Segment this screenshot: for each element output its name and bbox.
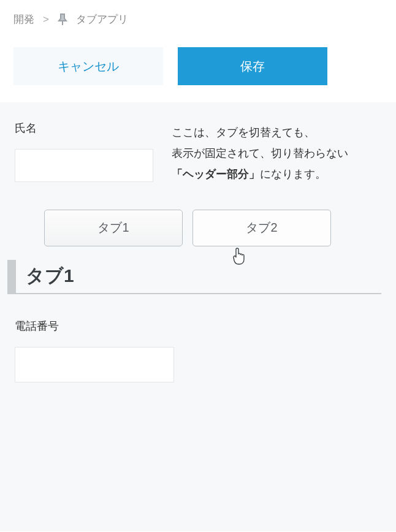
phone-label: 電話番号	[15, 319, 381, 333]
header-desc-bold: 「ヘッダー部分」	[172, 168, 260, 180]
tab-tab1[interactable]: タブ1	[44, 210, 183, 246]
header-desc-tail: になります。	[260, 168, 326, 180]
breadcrumb: 開発 > タブアプリ	[13, 12, 383, 26]
name-input[interactable]	[15, 149, 153, 182]
tab-section-header: タブ1	[7, 260, 381, 294]
header-desc-line1: ここは、タブを切替えても、	[172, 122, 381, 143]
header-desc-line2: 表示が固定されて、切り替わらない	[172, 143, 381, 164]
cancel-button[interactable]: キャンセル	[13, 47, 163, 85]
phone-input[interactable]	[15, 347, 174, 382]
header-desc-line3: 「ヘッダー部分」になります。	[172, 164, 381, 184]
tab-header-accent	[7, 260, 16, 293]
pin-icon	[58, 13, 67, 26]
header-description: ここは、タブを切替えても、 表示が固定されて、切り替わらない 「ヘッダー部分」に…	[172, 121, 381, 185]
breadcrumb-root[interactable]: 開発	[13, 12, 34, 26]
tab-tab2[interactable]: タブ2	[192, 210, 331, 246]
save-button[interactable]: 保存	[178, 47, 327, 85]
breadcrumb-separator: >	[43, 13, 49, 26]
breadcrumb-current: タブアプリ	[76, 12, 128, 26]
name-label: 氏名	[15, 121, 153, 135]
tab-header-title: タブ1	[26, 264, 74, 289]
